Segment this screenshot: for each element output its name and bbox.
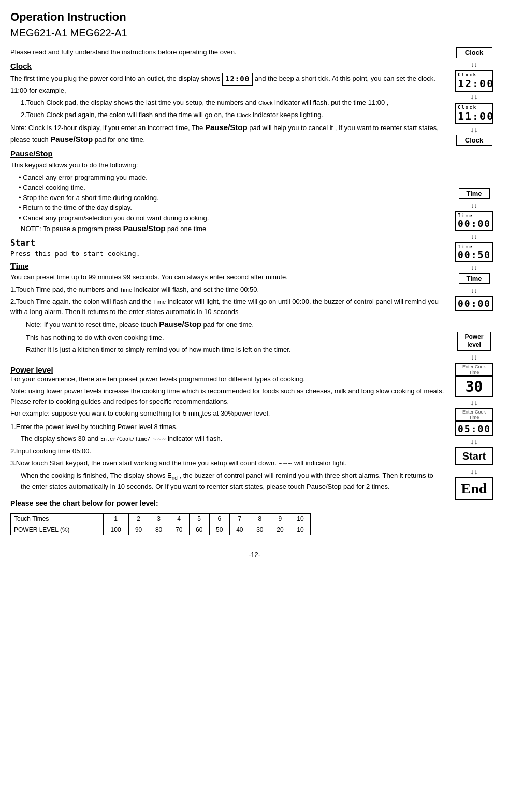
power-level-para1: For your convenience, there are ten pres…: [10, 374, 444, 384]
clock-arrow1: ↓↓: [471, 60, 478, 69]
table-header-touch: Touch Times: [11, 513, 104, 524]
table-header-10: 10: [290, 513, 310, 524]
table-header-8: 8: [250, 513, 270, 524]
time-arrow3: ↓↓: [471, 263, 478, 272]
start-title: Start: [10, 238, 444, 248]
table-label-power: POWER LEVEL (%): [11, 524, 104, 535]
pause-stop-intro: This keypad allows you to do the followi…: [10, 160, 444, 170]
end-subscript: nd: [172, 475, 178, 480]
table-val-9: 20: [270, 524, 290, 535]
intro-text: Please read and fully understand the ins…: [10, 47, 444, 58]
page-title: Operation Instruction: [10, 10, 499, 24]
table-val-3: 80: [149, 524, 169, 535]
time-step2: 2.Touch Time again. the colon will flash…: [10, 296, 444, 317]
power-wave-icon: ∼∼∼: [152, 436, 168, 442]
time-intro: You can preset time up to 99 minutes 99 …: [10, 272, 444, 282]
clock-arrow2: ↓↓: [471, 93, 478, 102]
clock-step2: 2.Touch Clock pad again, the colon will …: [21, 110, 444, 120]
time-display-1: Time 00:00: [455, 211, 493, 231]
start-button-display: Start: [455, 447, 493, 465]
power-level-title: Power level: [10, 365, 444, 374]
power-level-step1: 1.Enter the power level by touching Powe…: [10, 422, 444, 432]
pause-stop-title: Pause/Stop: [10, 149, 444, 158]
power-arrow1: ↓↓: [471, 353, 478, 362]
power-arrow3: ↓↓: [471, 437, 478, 446]
table-header-4: 4: [169, 513, 189, 524]
time-bottom-label: Time: [459, 273, 490, 284]
clock-step1-indicator: Clock: [258, 99, 273, 106]
table-val-6: 50: [209, 524, 229, 535]
power-level-diagram: Power level ↓↓ Enter Cook Time 30 ↓↓ Ent…: [452, 332, 496, 500]
table-header-7: 7: [229, 513, 250, 524]
clock-display-1-sublabel: Clock: [458, 72, 490, 77]
time-arrow2: ↓↓: [471, 232, 478, 241]
time-display-3: 00:00: [455, 296, 493, 311]
pause-stop-bullet-5: • Cancel any program/selection you do no…: [19, 213, 444, 223]
power-level-section: Power level For your convenience, there …: [10, 365, 444, 535]
table-val-8: 30: [250, 524, 270, 535]
power-arrow2: ↓↓: [471, 398, 478, 407]
power-display-1: 30: [455, 376, 493, 397]
time-step2-indicator: Time: [153, 298, 166, 305]
power-table: Touch Times 1 2 3 4 5 6 7 8 9 10 POWER L…: [10, 513, 311, 535]
power-display-2: 05:00: [455, 421, 493, 436]
time-note1: Note: If you want to reset time, please …: [26, 319, 444, 331]
chart-title: Please see the chart below for power lev…: [10, 498, 444, 509]
table-val-7: 40: [229, 524, 250, 535]
content-area: Please read and fully understand the ins…: [10, 47, 499, 535]
power-level-step3-end: When the cooking is finished, The displa…: [21, 471, 444, 492]
clock-step2-indicator: Clock: [237, 112, 251, 118]
pause-stop-bullet-4: • Return to the time of the day display.: [19, 203, 444, 213]
time-arrow4: ↓↓: [471, 286, 478, 295]
page-number: -12-: [10, 551, 499, 559]
time-arrow1: ↓↓: [471, 201, 478, 210]
time-title: Time: [10, 262, 444, 271]
clock-bottom-label: Clock: [456, 135, 492, 146]
time-note3: Rather it is just a kitchen timer to sim…: [26, 345, 444, 355]
table-header-5: 5: [189, 513, 209, 524]
time-diagram: Time ↓↓ Time 00:00 ↓↓ Time 00:50 ↓↓ Time…: [452, 188, 496, 310]
table-val-4: 70: [169, 524, 189, 535]
pause-stop-bullet-1: • Cancel any error programming you made.: [19, 173, 444, 183]
table-header-3: 3: [149, 513, 169, 524]
clock-para1: The first time you plug the power cord i…: [10, 73, 444, 96]
table-data-row: POWER LEVEL (%) 100 90 80 70 60 50 40 30…: [11, 524, 311, 535]
table-val-2: 90: [128, 524, 149, 535]
table-header-1: 1: [103, 513, 128, 524]
table-header-row: Touch Times 1 2 3 4 5 6 7 8 9 10: [11, 513, 311, 524]
time-step1-indicator: Time: [120, 287, 132, 293]
clock-arrow3: ↓↓: [471, 125, 478, 134]
power-level-step1-indent: The display shows 30 and Enter/Cook/Time…: [21, 434, 444, 444]
clock-display-2-sublabel: Clock: [458, 105, 490, 110]
pause-stop-bullet-2: • Cancel cooking time.: [19, 182, 444, 193]
wave-indicator: ∼∼∼: [278, 460, 292, 466]
clock-step1: 1.Touch Clock pad, the display shows the…: [21, 97, 444, 108]
clock-note: Note: Clock is 12-hour display, if you e…: [10, 122, 444, 145]
power-level-step3: 3.Now touch Start keypad, the oven start…: [10, 458, 444, 468]
time-display-2: Time 00:50: [455, 242, 493, 262]
power-level-step2: 2.Input cooking time 05:00.: [10, 446, 444, 457]
power-indicators-1: Enter Cook Time: [455, 363, 493, 376]
time-step1: 1.Touch Time pad, the numbers and Time i…: [10, 284, 444, 295]
left-column: Please read and fully understand the ins…: [10, 47, 449, 535]
start-text: Press this pad to start cooking.: [10, 249, 444, 259]
power-level-indicator1: Enter/Cook/Time/: [100, 436, 150, 442]
table-val-5: 60: [189, 524, 209, 535]
time-note2: This has nothing to do with oven cooking…: [26, 333, 444, 343]
page: Operation Instruction MEG621-A1 MEG622-A…: [0, 0, 509, 812]
clock-diagram: Clock ↓↓ Clock 12:00 ↓↓ Clock 11:00 ↓↓ C…: [452, 47, 496, 147]
table-header-9: 9: [270, 513, 290, 524]
clock-top-label: Clock: [456, 47, 492, 58]
power-level-box-label: Power level: [457, 332, 491, 351]
power-arrow4: ↓↓: [471, 467, 478, 476]
time-display-1-sublabel: Time: [458, 213, 490, 218]
table-header-2: 2: [128, 513, 149, 524]
power-level-note1: Note: using lower power levels increase …: [10, 386, 444, 406]
table-val-1: 100: [103, 524, 128, 535]
power-indicators-2: Enter Cook Time: [455, 408, 493, 421]
pause-stop-bullet-3: • Stop the oven for a short time during …: [19, 193, 444, 203]
model-title: MEG621-A1 MEG622-A1: [10, 27, 499, 39]
clock-display-inline: 12:00: [222, 73, 253, 86]
pause-stop-note: NOTE: To pause a program press Pause/Sto…: [21, 223, 444, 235]
time-display-2-sublabel: Time: [458, 244, 490, 249]
